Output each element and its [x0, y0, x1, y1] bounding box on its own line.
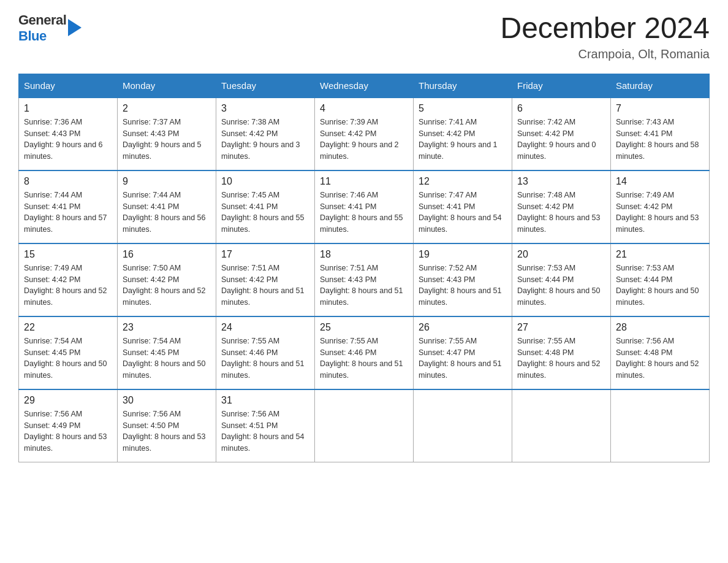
calendar-cell: 9 Sunrise: 7:44 AM Sunset: 4:41 PM Dayli…	[118, 170, 216, 243]
logo-general: General	[18, 12, 66, 28]
day-info: Sunrise: 7:42 AM Sunset: 4:42 PM Dayligh…	[517, 117, 605, 163]
day-number: 17	[221, 249, 309, 260]
day-info: Sunrise: 7:50 AM Sunset: 4:42 PM Dayligh…	[123, 262, 211, 308]
day-info: Sunrise: 7:37 AM Sunset: 4:43 PM Dayligh…	[123, 117, 211, 163]
calendar-cell: 28 Sunrise: 7:56 AM Sunset: 4:48 PM Dayl…	[611, 316, 710, 389]
day-number: 1	[24, 103, 112, 114]
calendar-cell: 21 Sunrise: 7:53 AM Sunset: 4:44 PM Dayl…	[611, 243, 710, 316]
day-number: 14	[616, 176, 704, 187]
day-info: Sunrise: 7:56 AM Sunset: 4:49 PM Dayligh…	[24, 408, 112, 454]
day-info: Sunrise: 7:46 AM Sunset: 4:41 PM Dayligh…	[320, 190, 408, 236]
calendar-body: 1 Sunrise: 7:36 AM Sunset: 4:43 PM Dayli…	[19, 98, 710, 462]
day-info: Sunrise: 7:38 AM Sunset: 4:42 PM Dayligh…	[221, 117, 309, 163]
calendar-cell: 8 Sunrise: 7:44 AM Sunset: 4:41 PM Dayli…	[19, 170, 118, 243]
day-info: Sunrise: 7:41 AM Sunset: 4:42 PM Dayligh…	[419, 117, 507, 163]
header-row: Sunday Monday Tuesday Wednesday Thursday…	[19, 74, 710, 98]
day-info: Sunrise: 7:55 AM Sunset: 4:46 PM Dayligh…	[221, 335, 309, 381]
calendar-header: Sunday Monday Tuesday Wednesday Thursday…	[19, 74, 710, 98]
col-monday: Monday	[118, 74, 216, 98]
calendar-cell: 13 Sunrise: 7:48 AM Sunset: 4:42 PM Dayl…	[512, 170, 611, 243]
day-info: Sunrise: 7:52 AM Sunset: 4:43 PM Dayligh…	[419, 262, 507, 308]
day-number: 16	[123, 249, 211, 260]
day-number: 24	[221, 322, 309, 333]
calendar-table: Sunday Monday Tuesday Wednesday Thursday…	[18, 74, 710, 462]
page-header: General Blue December 2024 Crampoia, Olt…	[18, 12, 710, 61]
col-thursday: Thursday	[414, 74, 512, 98]
day-number: 3	[221, 103, 309, 114]
calendar-cell: 31 Sunrise: 7:56 AM Sunset: 4:51 PM Dayl…	[216, 389, 315, 462]
calendar-cell: 2 Sunrise: 7:37 AM Sunset: 4:43 PM Dayli…	[118, 98, 216, 170]
calendar-cell: 1 Sunrise: 7:36 AM Sunset: 4:43 PM Dayli…	[19, 98, 118, 170]
svg-marker-0	[68, 19, 82, 36]
col-saturday: Saturday	[611, 74, 710, 98]
calendar-cell: 5 Sunrise: 7:41 AM Sunset: 4:42 PM Dayli…	[414, 98, 512, 170]
calendar-cell	[315, 389, 414, 462]
col-sunday: Sunday	[19, 74, 118, 98]
day-number: 18	[320, 249, 408, 260]
calendar-cell: 26 Sunrise: 7:55 AM Sunset: 4:47 PM Dayl…	[414, 316, 512, 389]
day-number: 9	[123, 176, 211, 187]
calendar-cell	[414, 389, 512, 462]
day-info: Sunrise: 7:48 AM Sunset: 4:42 PM Dayligh…	[517, 190, 605, 236]
day-number: 21	[616, 249, 704, 260]
day-number: 10	[221, 176, 309, 187]
col-tuesday: Tuesday	[216, 74, 315, 98]
day-number: 25	[320, 322, 408, 333]
day-number: 28	[616, 322, 704, 333]
day-info: Sunrise: 7:55 AM Sunset: 4:48 PM Dayligh…	[517, 335, 605, 381]
calendar-cell: 25 Sunrise: 7:55 AM Sunset: 4:46 PM Dayl…	[315, 316, 414, 389]
day-info: Sunrise: 7:49 AM Sunset: 4:42 PM Dayligh…	[24, 262, 112, 308]
calendar-cell: 11 Sunrise: 7:46 AM Sunset: 4:41 PM Dayl…	[315, 170, 414, 243]
day-number: 8	[24, 176, 112, 187]
calendar-cell: 18 Sunrise: 7:51 AM Sunset: 4:43 PM Dayl…	[315, 243, 414, 316]
calendar-cell: 3 Sunrise: 7:38 AM Sunset: 4:42 PM Dayli…	[216, 98, 315, 170]
day-info: Sunrise: 7:47 AM Sunset: 4:41 PM Dayligh…	[419, 190, 507, 236]
calendar-cell: 24 Sunrise: 7:55 AM Sunset: 4:46 PM Dayl…	[216, 316, 315, 389]
calendar-cell	[512, 389, 611, 462]
day-number: 19	[419, 249, 507, 260]
calendar-cell: 29 Sunrise: 7:56 AM Sunset: 4:49 PM Dayl…	[19, 389, 118, 462]
calendar-cell: 30 Sunrise: 7:56 AM Sunset: 4:50 PM Dayl…	[118, 389, 216, 462]
day-info: Sunrise: 7:49 AM Sunset: 4:42 PM Dayligh…	[616, 190, 704, 236]
calendar-cell: 16 Sunrise: 7:50 AM Sunset: 4:42 PM Dayl…	[118, 243, 216, 316]
day-info: Sunrise: 7:44 AM Sunset: 4:41 PM Dayligh…	[24, 190, 112, 236]
calendar-cell: 4 Sunrise: 7:39 AM Sunset: 4:42 PM Dayli…	[315, 98, 414, 170]
col-friday: Friday	[512, 74, 611, 98]
title-block: December 2024 Crampoia, Olt, Romania	[500, 12, 710, 61]
calendar-cell: 14 Sunrise: 7:49 AM Sunset: 4:42 PM Dayl…	[611, 170, 710, 243]
day-info: Sunrise: 7:55 AM Sunset: 4:47 PM Dayligh…	[419, 335, 507, 381]
day-number: 23	[123, 322, 211, 333]
day-info: Sunrise: 7:55 AM Sunset: 4:46 PM Dayligh…	[320, 335, 408, 381]
day-number: 5	[419, 103, 507, 114]
calendar-week-4: 22 Sunrise: 7:54 AM Sunset: 4:45 PM Dayl…	[19, 316, 710, 389]
day-info: Sunrise: 7:54 AM Sunset: 4:45 PM Dayligh…	[24, 335, 112, 381]
day-number: 27	[517, 322, 605, 333]
day-number: 15	[24, 249, 112, 260]
day-number: 22	[24, 322, 112, 333]
day-info: Sunrise: 7:53 AM Sunset: 4:44 PM Dayligh…	[517, 262, 605, 308]
day-info: Sunrise: 7:51 AM Sunset: 4:42 PM Dayligh…	[221, 262, 309, 308]
logo: General Blue	[18, 12, 82, 44]
day-info: Sunrise: 7:45 AM Sunset: 4:41 PM Dayligh…	[221, 190, 309, 236]
calendar-cell: 19 Sunrise: 7:52 AM Sunset: 4:43 PM Dayl…	[414, 243, 512, 316]
calendar-week-3: 15 Sunrise: 7:49 AM Sunset: 4:42 PM Dayl…	[19, 243, 710, 316]
day-number: 30	[123, 395, 211, 406]
logo-text: General Blue	[18, 12, 66, 44]
day-number: 11	[320, 176, 408, 187]
calendar-cell	[611, 389, 710, 462]
day-info: Sunrise: 7:43 AM Sunset: 4:41 PM Dayligh…	[616, 117, 704, 163]
day-number: 20	[517, 249, 605, 260]
calendar-cell: 22 Sunrise: 7:54 AM Sunset: 4:45 PM Dayl…	[19, 316, 118, 389]
day-number: 26	[419, 322, 507, 333]
calendar-week-1: 1 Sunrise: 7:36 AM Sunset: 4:43 PM Dayli…	[19, 98, 710, 170]
day-number: 12	[419, 176, 507, 187]
day-number: 29	[24, 395, 112, 406]
day-info: Sunrise: 7:56 AM Sunset: 4:50 PM Dayligh…	[123, 408, 211, 454]
calendar-week-2: 8 Sunrise: 7:44 AM Sunset: 4:41 PM Dayli…	[19, 170, 710, 243]
calendar-cell: 7 Sunrise: 7:43 AM Sunset: 4:41 PM Dayli…	[611, 98, 710, 170]
day-info: Sunrise: 7:53 AM Sunset: 4:44 PM Dayligh…	[616, 262, 704, 308]
calendar-cell: 17 Sunrise: 7:51 AM Sunset: 4:42 PM Dayl…	[216, 243, 315, 316]
calendar-week-5: 29 Sunrise: 7:56 AM Sunset: 4:49 PM Dayl…	[19, 389, 710, 462]
logo-triangle-icon	[68, 19, 82, 39]
day-info: Sunrise: 7:39 AM Sunset: 4:42 PM Dayligh…	[320, 117, 408, 163]
